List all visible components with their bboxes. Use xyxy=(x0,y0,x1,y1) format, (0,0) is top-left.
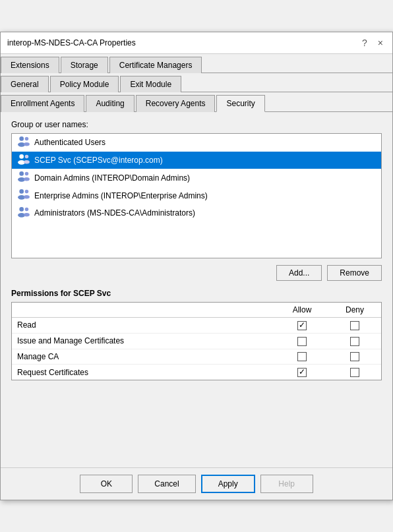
user-list-item[interactable]: Domain Admins (INTEROP\Domain Admins) xyxy=(12,169,381,187)
cancel-button[interactable]: Cancel xyxy=(138,475,195,493)
svg-point-12 xyxy=(19,189,24,194)
user-icon xyxy=(17,206,30,220)
tab-certificate-managers[interactable]: Certificate Managers xyxy=(109,57,202,73)
help-dialog-button[interactable]: Help xyxy=(260,475,313,493)
tab-enrollment-agents[interactable]: Enrollment Agents xyxy=(1,95,84,112)
tab-row-3: Enrollment Agents Auditing Recovery Agen… xyxy=(1,92,392,112)
tab-auditing[interactable]: Auditing xyxy=(86,95,134,112)
user-name: SCEP Svc (SCEPSvc@interop.com) xyxy=(34,156,163,165)
permission-name: Read xyxy=(12,317,276,333)
allow-checkbox[interactable] xyxy=(297,352,307,361)
user-name: Enterprise Admins (INTEROP\Enterprise Ad… xyxy=(34,191,208,200)
permission-name: Request Certificates xyxy=(12,365,276,380)
tab-row-1: Extensions Storage Certificate Managers xyxy=(1,54,392,73)
tab-recovery-agents[interactable]: Recovery Agents xyxy=(136,95,216,112)
dialog-window: interop-MS-NDES-CA-CA Properties ? × Ext… xyxy=(0,32,393,500)
user-buttons-row: Add... Remove xyxy=(11,265,382,281)
user-list-item[interactable]: SCEP Svc (SCEPSvc@interop.com) xyxy=(12,152,381,169)
permission-name: Issue and Manage Certificates xyxy=(12,333,276,349)
permission-row: Read xyxy=(12,317,381,333)
permissions-table-wrapper: Allow Deny ReadIssue and Manage Certific… xyxy=(11,302,382,380)
svg-point-18 xyxy=(25,208,29,212)
svg-point-14 xyxy=(25,190,29,194)
user-icon xyxy=(17,171,30,185)
svg-point-3 xyxy=(24,142,30,146)
tab-security[interactable]: Security xyxy=(216,95,264,112)
help-button[interactable]: ? xyxy=(359,38,370,48)
group-label: Group or user names: xyxy=(11,120,382,129)
permission-deny[interactable] xyxy=(328,333,381,349)
tab-row-2: General Policy Module Exit Module xyxy=(1,73,392,92)
svg-point-15 xyxy=(24,195,30,199)
allow-header: Allow xyxy=(276,303,328,318)
tab-general[interactable]: General xyxy=(1,76,49,92)
deny-checkbox[interactable] xyxy=(350,337,359,346)
permission-row: Issue and Manage Certificates xyxy=(12,333,381,349)
svg-point-7 xyxy=(24,160,30,164)
permission-deny[interactable] xyxy=(328,317,381,333)
tab-exit-module[interactable]: Exit Module xyxy=(120,76,181,92)
permissions-table: Allow Deny ReadIssue and Manage Certific… xyxy=(12,303,381,380)
permission-allow[interactable] xyxy=(276,349,328,365)
permission-name: Manage CA xyxy=(12,349,276,365)
user-list-item[interactable]: Administrators (MS-NDES-CA\Administrator… xyxy=(12,204,381,222)
user-icon xyxy=(17,189,30,202)
allow-checkbox[interactable] xyxy=(297,337,307,346)
content-area: Group or user names: Authenticated Users… xyxy=(1,112,392,467)
user-name: Administrators (MS-NDES-CA\Administrator… xyxy=(34,208,195,218)
permissions-label: Permissions for SCEP Svc xyxy=(11,289,382,298)
deny-checkbox[interactable] xyxy=(350,352,359,361)
user-name: Authenticated Users xyxy=(34,138,106,147)
svg-point-0 xyxy=(19,136,24,141)
permission-row: Manage CA xyxy=(12,349,381,365)
tab-extensions[interactable]: Extensions xyxy=(1,57,59,73)
deny-checkbox[interactable] xyxy=(350,321,359,330)
user-list-item[interactable]: Enterprise Admins (INTEROP\Enterprise Ad… xyxy=(12,187,381,204)
permission-row: Request Certificates xyxy=(12,365,381,380)
tab-storage[interactable]: Storage xyxy=(61,57,108,73)
user-icon xyxy=(17,154,30,167)
user-name: Domain Admins (INTEROP\Domain Admins) xyxy=(34,173,190,183)
window-title: interop-MS-NDES-CA-CA Properties xyxy=(7,38,136,47)
empty-space xyxy=(11,380,382,459)
allow-checkbox[interactable] xyxy=(297,321,307,330)
deny-checkbox[interactable] xyxy=(350,368,359,377)
svg-point-11 xyxy=(24,177,30,181)
permission-deny[interactable] xyxy=(328,349,381,365)
permission-allow[interactable] xyxy=(276,317,328,333)
bottom-bar: OK Cancel Apply Help xyxy=(1,467,392,500)
svg-point-2 xyxy=(25,137,29,141)
perm-name-header xyxy=(12,303,276,318)
user-icon xyxy=(17,136,30,150)
title-bar-controls: ? × xyxy=(359,38,386,48)
permission-allow[interactable] xyxy=(276,365,328,380)
allow-checkbox[interactable] xyxy=(297,368,307,377)
add-button[interactable]: Add... xyxy=(276,265,322,281)
user-list-item[interactable]: Authenticated Users xyxy=(12,134,381,152)
apply-button[interactable]: Apply xyxy=(201,475,255,493)
close-button[interactable]: × xyxy=(375,38,386,48)
svg-point-19 xyxy=(24,213,30,217)
title-bar: interop-MS-NDES-CA-CA Properties ? × xyxy=(1,32,392,54)
deny-header: Deny xyxy=(328,303,381,318)
svg-point-4 xyxy=(19,154,24,159)
ok-button[interactable]: OK xyxy=(80,475,133,493)
remove-button[interactable]: Remove xyxy=(327,265,382,281)
svg-point-16 xyxy=(19,207,24,212)
svg-point-6 xyxy=(25,154,29,158)
tab-policy-module[interactable]: Policy Module xyxy=(50,76,119,92)
user-listbox[interactable]: Authenticated Users SCEP Svc (SCEPSvc@in… xyxy=(11,133,382,258)
permission-allow[interactable] xyxy=(276,333,328,349)
permission-deny[interactable] xyxy=(328,365,381,380)
svg-point-8 xyxy=(19,171,24,176)
svg-point-10 xyxy=(25,172,29,176)
